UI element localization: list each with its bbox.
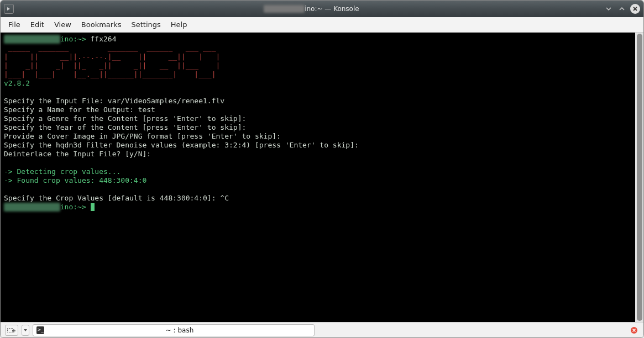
bottombar: >_ ~ : bash bbox=[1, 322, 643, 337]
svg-rect-0 bbox=[8, 328, 13, 332]
scrollbar[interactable] bbox=[635, 33, 643, 322]
term-line: Provide a Cover Image in JPG/PNG format … bbox=[4, 132, 281, 140]
version-text: v2.8.2 bbox=[4, 79, 30, 87]
term-line: Specify a Genre for the Content [press '… bbox=[4, 114, 246, 123]
cursor bbox=[91, 203, 95, 211]
menu-file[interactable]: File bbox=[8, 20, 20, 29]
konsole-window: ████████ino:~ — Konsole File Edit View B… bbox=[0, 0, 644, 338]
titlebar: ████████ino:~ — Konsole bbox=[1, 1, 643, 17]
menu-bookmarks[interactable]: Bookmarks bbox=[81, 20, 122, 29]
menubar: File Edit View Bookmarks Settings Help bbox=[1, 17, 643, 33]
menu-view[interactable]: View bbox=[54, 20, 71, 29]
menu-edit[interactable]: Edit bbox=[30, 20, 44, 29]
term-line: Specify the Input File: var/VideoSamples… bbox=[4, 97, 224, 105]
menu-settings[interactable]: Settings bbox=[131, 20, 160, 29]
terminal[interactable]: █████████████ino:~> ffx264 _____ _______… bbox=[1, 33, 635, 322]
term-line: Specify the Year of the Content [press '… bbox=[4, 123, 246, 131]
term-line: Specify the hqdn3d Filter Denoise values… bbox=[4, 141, 359, 149]
term-line: Deinterlace the Input File? [y/N]: bbox=[4, 150, 151, 158]
term-line: Specify the Crop Values [default is 448:… bbox=[4, 194, 229, 202]
menu-help[interactable]: Help bbox=[171, 20, 187, 29]
ascii-art: _____ _______ _______ ______ ___ ___ | |… bbox=[4, 44, 220, 78]
term-line: -> Detecting crop values... bbox=[4, 167, 121, 176]
close-button[interactable] bbox=[630, 4, 640, 14]
app-menu-button[interactable] bbox=[4, 4, 14, 14]
scrollbar-thumb[interactable] bbox=[637, 34, 642, 321]
new-tab-button[interactable] bbox=[5, 325, 18, 336]
new-tab-dropdown[interactable] bbox=[22, 325, 29, 336]
close-tab-button[interactable] bbox=[629, 325, 639, 335]
window-title: ████████ino:~ — Konsole bbox=[19, 5, 604, 13]
terminal-icon: >_ bbox=[36, 326, 44, 334]
term-line: Specify a Name for the Output: test bbox=[4, 105, 155, 114]
term-line: -> Found crop values: 448:300:4:0 bbox=[4, 176, 146, 184]
maximize-button[interactable] bbox=[617, 4, 627, 14]
terminal-area: █████████████ino:~> ffx264 _____ _______… bbox=[1, 33, 643, 322]
tab[interactable]: >_ ~ : bash bbox=[33, 324, 315, 336]
minimize-button[interactable] bbox=[604, 4, 614, 14]
tab-label: ~ : bash bbox=[49, 326, 311, 334]
